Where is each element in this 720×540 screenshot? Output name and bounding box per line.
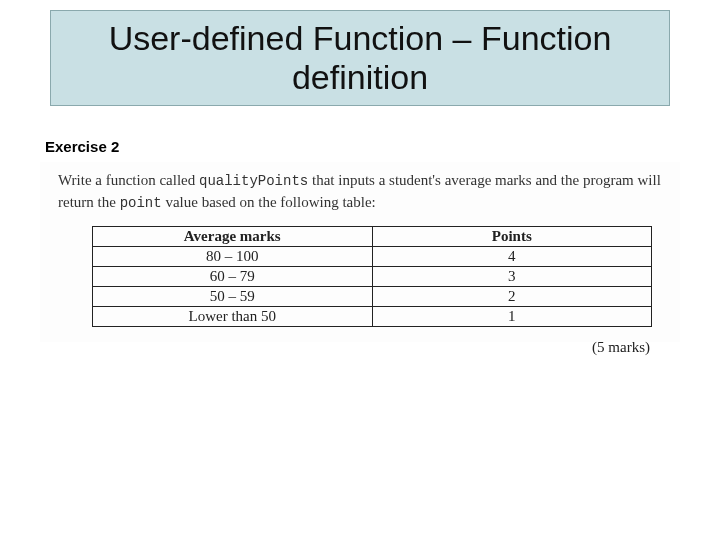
col-header-marks: Average marks: [93, 226, 373, 246]
table-row: 50 – 59 2: [93, 286, 652, 306]
code-identifier-2: point: [120, 195, 162, 211]
cell-points: 1: [372, 306, 652, 326]
cell-points: 3: [372, 266, 652, 286]
cell-points: 2: [372, 286, 652, 306]
table-row: 80 – 100 4: [93, 246, 652, 266]
exercise-scan: Write a function called qualityPoints th…: [40, 162, 680, 342]
table-row: 60 – 79 3: [93, 266, 652, 286]
exercise-label: Exercise 2: [45, 138, 119, 155]
marks-note: (5 marks): [40, 327, 680, 356]
table-row: Lower than 50 1: [93, 306, 652, 326]
page-title: User-defined Function – Function definit…: [51, 19, 669, 97]
cell-marks: 60 – 79: [93, 266, 373, 286]
exercise-prompt: Write a function called qualityPoints th…: [40, 162, 680, 218]
slide: User-defined Function – Function definit…: [0, 0, 720, 540]
cell-marks: 80 – 100: [93, 246, 373, 266]
cell-points: 4: [372, 246, 652, 266]
code-identifier-1: qualityPoints: [199, 173, 308, 189]
table-header-row: Average marks Points: [93, 226, 652, 246]
grades-table: Average marks Points 80 – 100 4 60 – 79 …: [92, 226, 652, 327]
cell-marks: 50 – 59: [93, 286, 373, 306]
cell-marks: Lower than 50: [93, 306, 373, 326]
grades-table-wrap: Average marks Points 80 – 100 4 60 – 79 …: [40, 218, 680, 327]
prompt-text-post: value based on the following table:: [162, 194, 376, 210]
title-band: User-defined Function – Function definit…: [50, 10, 670, 106]
col-header-points: Points: [372, 226, 652, 246]
prompt-text-pre: Write a function called: [58, 172, 199, 188]
